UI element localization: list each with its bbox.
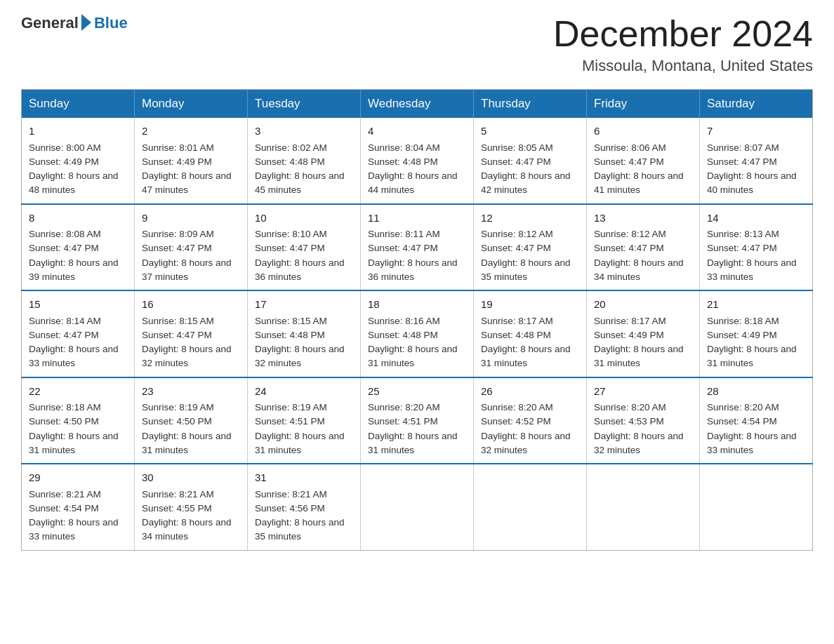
sunset-info: Sunset: 4:56 PM (255, 502, 353, 516)
day-number: 29 (29, 470, 127, 486)
daylight-info: Daylight: 8 hours and 31 minutes (481, 342, 579, 371)
day-number: 5 (481, 123, 579, 140)
sunrise-info: Sunrise: 8:08 AM (29, 227, 127, 241)
daylight-info: Daylight: 8 hours and 31 minutes (29, 429, 127, 458)
calendar-cell: 12Sunrise: 8:12 AMSunset: 4:47 PMDayligh… (474, 204, 587, 291)
daylight-info: Daylight: 8 hours and 42 minutes (481, 169, 579, 198)
daylight-info: Daylight: 8 hours and 39 minutes (29, 256, 127, 285)
sunset-info: Sunset: 4:49 PM (29, 155, 127, 169)
logo-general-text: General (21, 14, 79, 32)
daylight-info: Daylight: 8 hours and 36 minutes (255, 256, 353, 285)
week-row-5: 29Sunrise: 8:21 AMSunset: 4:54 PMDayligh… (22, 464, 813, 550)
sunset-info: Sunset: 4:47 PM (707, 155, 805, 169)
calendar-cell: 6Sunrise: 8:06 AMSunset: 4:47 PMDaylight… (587, 118, 700, 204)
sunrise-info: Sunrise: 8:06 AM (594, 141, 692, 155)
day-number: 25 (368, 384, 466, 400)
sunrise-info: Sunrise: 8:12 AM (481, 227, 579, 241)
daylight-info: Daylight: 8 hours and 31 minutes (255, 429, 353, 458)
weekday-header-saturday: Saturday (700, 90, 813, 119)
sunrise-info: Sunrise: 8:20 AM (707, 401, 805, 415)
sunrise-info: Sunrise: 8:11 AM (368, 227, 466, 241)
page-header: General Blue December 2024 Missoula, Mon… (21, 14, 813, 75)
calendar-cell: 5Sunrise: 8:05 AMSunset: 4:47 PMDaylight… (474, 118, 587, 204)
sunrise-info: Sunrise: 8:01 AM (142, 141, 240, 155)
sunrise-info: Sunrise: 8:09 AM (142, 227, 240, 241)
day-number: 15 (29, 297, 127, 313)
sunrise-info: Sunrise: 8:15 AM (255, 314, 353, 328)
calendar-cell: 28Sunrise: 8:20 AMSunset: 4:54 PMDayligh… (700, 377, 813, 464)
calendar-cell (700, 464, 813, 550)
day-number: 23 (142, 384, 240, 400)
calendar-cell: 19Sunrise: 8:17 AMSunset: 4:48 PMDayligh… (474, 290, 587, 377)
weekday-header-tuesday: Tuesday (248, 90, 361, 119)
day-number: 12 (481, 210, 579, 227)
sunset-info: Sunset: 4:47 PM (255, 241, 353, 255)
daylight-info: Daylight: 8 hours and 32 minutes (142, 342, 240, 371)
day-number: 21 (707, 297, 805, 313)
calendar-table: SundayMondayTuesdayWednesdayThursdayFrid… (21, 89, 813, 551)
day-number: 17 (255, 297, 353, 313)
day-number: 4 (368, 123, 466, 140)
daylight-info: Daylight: 8 hours and 40 minutes (707, 169, 805, 198)
calendar-cell: 3Sunrise: 8:02 AMSunset: 4:48 PMDaylight… (248, 118, 361, 204)
day-number: 7 (707, 123, 805, 140)
sunset-info: Sunset: 4:50 PM (29, 415, 127, 429)
daylight-info: Daylight: 8 hours and 34 minutes (142, 516, 240, 544)
sunrise-info: Sunrise: 8:20 AM (481, 401, 579, 415)
week-row-2: 8Sunrise: 8:08 AMSunset: 4:47 PMDaylight… (22, 204, 813, 291)
sunset-info: Sunset: 4:48 PM (368, 328, 466, 342)
daylight-info: Daylight: 8 hours and 41 minutes (594, 169, 692, 198)
sunrise-info: Sunrise: 8:19 AM (142, 401, 240, 415)
day-number: 14 (707, 210, 805, 227)
sunset-info: Sunset: 4:54 PM (29, 502, 127, 516)
daylight-info: Daylight: 8 hours and 32 minutes (594, 429, 692, 458)
calendar-cell: 23Sunrise: 8:19 AMSunset: 4:50 PMDayligh… (135, 377, 248, 464)
calendar-cell: 8Sunrise: 8:08 AMSunset: 4:47 PMDaylight… (22, 204, 135, 291)
day-number: 18 (368, 297, 466, 313)
sunrise-info: Sunrise: 8:17 AM (481, 314, 579, 328)
calendar-cell: 14Sunrise: 8:13 AMSunset: 4:47 PMDayligh… (700, 204, 813, 291)
daylight-info: Daylight: 8 hours and 34 minutes (594, 256, 692, 285)
daylight-info: Daylight: 8 hours and 31 minutes (368, 429, 466, 458)
day-number: 8 (29, 210, 127, 227)
sunrise-info: Sunrise: 8:02 AM (255, 141, 353, 155)
day-number: 26 (481, 384, 579, 400)
sunset-info: Sunset: 4:51 PM (368, 415, 466, 429)
day-number: 16 (142, 297, 240, 313)
day-number: 19 (481, 297, 579, 313)
calendar-cell: 10Sunrise: 8:10 AMSunset: 4:47 PMDayligh… (248, 204, 361, 291)
logo-arrow-icon (81, 14, 91, 31)
daylight-info: Daylight: 8 hours and 33 minutes (707, 429, 805, 458)
sunset-info: Sunset: 4:48 PM (255, 155, 353, 169)
sunrise-info: Sunrise: 8:10 AM (255, 227, 353, 241)
logo-blue-text: Blue (94, 14, 128, 32)
day-number: 1 (29, 123, 127, 140)
sunset-info: Sunset: 4:47 PM (481, 155, 579, 169)
daylight-info: Daylight: 8 hours and 31 minutes (142, 429, 240, 458)
daylight-info: Daylight: 8 hours and 45 minutes (255, 169, 353, 198)
sunset-info: Sunset: 4:52 PM (481, 415, 579, 429)
sunrise-info: Sunrise: 8:21 AM (255, 488, 353, 502)
sunset-info: Sunset: 4:50 PM (142, 415, 240, 429)
daylight-info: Daylight: 8 hours and 36 minutes (368, 256, 466, 285)
calendar-cell: 11Sunrise: 8:11 AMSunset: 4:47 PMDayligh… (361, 204, 474, 291)
sunrise-info: Sunrise: 8:21 AM (29, 488, 127, 502)
week-row-1: 1Sunrise: 8:00 AMSunset: 4:49 PMDaylight… (22, 118, 813, 204)
day-number: 10 (255, 210, 353, 227)
daylight-info: Daylight: 8 hours and 31 minutes (368, 342, 466, 371)
sunrise-info: Sunrise: 8:00 AM (29, 141, 127, 155)
sunset-info: Sunset: 4:54 PM (707, 415, 805, 429)
weekday-header-friday: Friday (587, 90, 700, 119)
sunrise-info: Sunrise: 8:20 AM (368, 401, 466, 415)
daylight-info: Daylight: 8 hours and 33 minutes (707, 256, 805, 285)
sunrise-info: Sunrise: 8:18 AM (29, 401, 127, 415)
calendar-cell: 15Sunrise: 8:14 AMSunset: 4:47 PMDayligh… (22, 290, 135, 377)
daylight-info: Daylight: 8 hours and 33 minutes (29, 516, 127, 544)
calendar-cell: 16Sunrise: 8:15 AMSunset: 4:47 PMDayligh… (135, 290, 248, 377)
calendar-cell: 24Sunrise: 8:19 AMSunset: 4:51 PMDayligh… (248, 377, 361, 464)
weekday-header-wednesday: Wednesday (361, 90, 474, 119)
sunrise-info: Sunrise: 8:05 AM (481, 141, 579, 155)
day-number: 22 (29, 384, 127, 400)
day-number: 3 (255, 123, 353, 140)
calendar-cell: 25Sunrise: 8:20 AMSunset: 4:51 PMDayligh… (361, 377, 474, 464)
